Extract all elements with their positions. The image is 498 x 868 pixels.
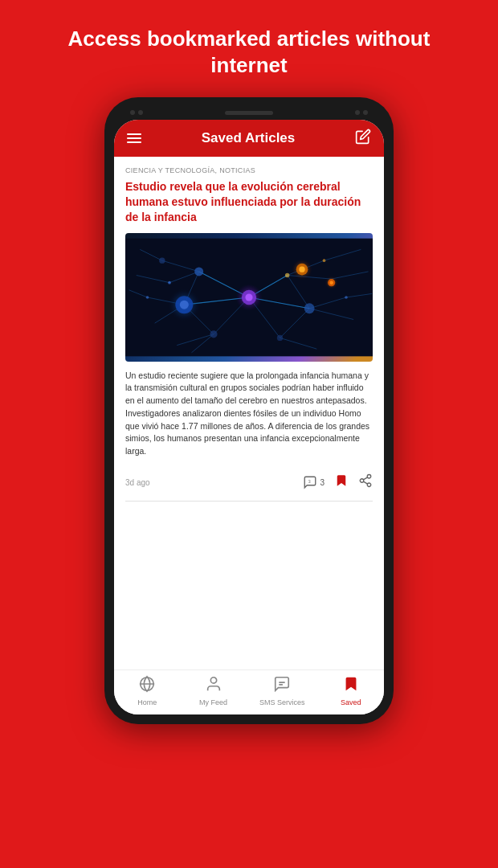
camera-dot-4	[363, 110, 368, 115]
svg-point-48	[277, 334, 283, 340]
svg-point-45	[159, 257, 165, 263]
nav-item-home[interactable]: Home	[127, 675, 167, 706]
svg-point-62	[210, 678, 216, 683]
camera-area	[130, 110, 143, 115]
nav-label-sms: SMS Services	[259, 698, 305, 706]
svg-point-46	[210, 330, 217, 338]
svg-point-51	[345, 296, 348, 299]
svg-point-43	[329, 280, 333, 285]
article-image[interactable]	[125, 233, 373, 362]
nav-item-sms[interactable]: SMS Services	[259, 675, 305, 706]
nav-label-myfeed: My Feed	[199, 698, 227, 706]
article-title[interactable]: Estudio revela que la evolución cerebral…	[125, 179, 373, 225]
camera-dot-2	[138, 110, 143, 115]
hamburger-menu-button[interactable]	[127, 133, 141, 143]
article-actions: 3 3	[303, 473, 373, 493]
article-timestamp: 3d ago	[125, 478, 150, 487]
svg-line-58	[363, 482, 367, 485]
svg-point-50	[146, 296, 149, 299]
bookmark-button[interactable]	[334, 473, 349, 493]
share-button[interactable]	[358, 473, 373, 491]
camera-dot	[130, 110, 135, 115]
nav-label-saved: Saved	[341, 698, 361, 706]
svg-text:3: 3	[308, 479, 311, 484]
svg-point-53	[285, 272, 290, 277]
edit-button[interactable]	[355, 129, 371, 149]
app-bar: Saved Articles	[114, 120, 384, 157]
phone-top-bar	[114, 107, 384, 120]
svg-point-55	[367, 475, 371, 479]
nav-label-home: Home	[137, 698, 157, 706]
saved-icon	[342, 675, 360, 697]
home-icon	[138, 675, 156, 697]
svg-point-40	[299, 266, 304, 272]
app-bar-title: Saved Articles	[202, 130, 296, 146]
comment-button[interactable]: 3 3	[303, 475, 325, 489]
svg-point-34	[245, 293, 252, 301]
person-icon	[205, 675, 222, 697]
comment-count: 3	[320, 478, 325, 487]
camera-dot-3	[355, 110, 360, 115]
svg-point-52	[323, 259, 326, 262]
article-footer: 3d ago 3 3	[125, 466, 373, 502]
article-body: Un estudio reciente sugiere que la prolo…	[125, 370, 373, 458]
svg-point-56	[360, 479, 364, 483]
bottom-nav: Home My Feed	[114, 669, 384, 714]
speaker-bar	[225, 111, 273, 115]
article-category: CIENCIA Y TECNOLOGÍA, NOTICIAS	[125, 166, 373, 174]
svg-point-57	[367, 483, 371, 487]
svg-line-59	[363, 477, 367, 480]
sms-icon	[273, 675, 291, 697]
svg-point-37	[180, 300, 189, 309]
camera-area-right	[355, 110, 368, 115]
nav-item-saved[interactable]: Saved	[331, 675, 371, 706]
svg-point-47	[304, 303, 315, 313]
promo-headline: Access bookmarked articles without inter…	[0, 0, 498, 97]
phone-screen: Saved Articles CIENCIA Y TECNOLOGÍA, NOT…	[114, 120, 384, 714]
article-list: CIENCIA Y TECNOLOGÍA, NOTICIAS Estudio r…	[114, 157, 384, 669]
svg-point-49	[168, 281, 171, 285]
phone-mockup: Saved Articles CIENCIA Y TECNOLOGÍA, NOT…	[104, 97, 394, 724]
nav-item-myfeed[interactable]: My Feed	[194, 675, 234, 706]
svg-point-44	[194, 267, 203, 276]
